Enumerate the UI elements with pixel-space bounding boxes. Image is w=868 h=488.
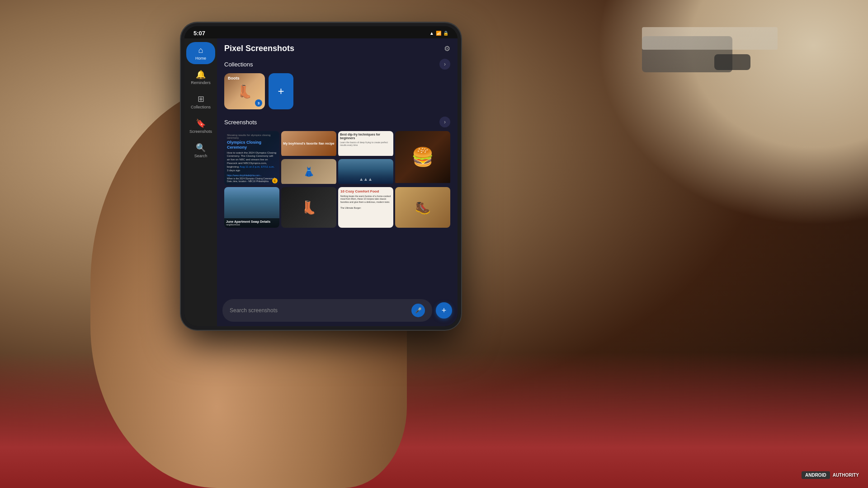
screenshots-arrow[interactable]: ›: [439, 117, 450, 127]
search-icon: 🔍: [196, 143, 206, 153]
comfort-body: Nothing beats the warm fuzzies of a home…: [340, 195, 391, 210]
add-collection-button[interactable]: +: [269, 73, 293, 109]
boots-card-label: Boots: [228, 76, 240, 80]
sidebar-item-screenshots[interactable]: 🔖 Screenshots: [186, 115, 215, 137]
watermark: ANDROID AUTHORITY: [802, 471, 859, 479]
app-title: Pixel Screenshots: [224, 44, 294, 53]
screenshot-comfort-food[interactable]: 10 Cozy Comfort Food Nothing beats the w…: [338, 187, 393, 228]
black-boots-emoji: 👢: [301, 200, 317, 215]
reminders-icon: 🔔: [196, 70, 206, 80]
olympics-body: How to watch the 2024 Olympics Closing C…: [227, 151, 277, 173]
apartment-label: June Apartment Swap Details neighborhood: [224, 218, 279, 228]
screenshots-grid: Showing results for olympics closing cer…: [224, 131, 450, 228]
reminders-label: Reminders: [191, 80, 211, 85]
screenshot-apartment[interactable]: June Apartment Swap Details neighborhood: [224, 187, 279, 228]
app-header: Pixel Screenshots ⚙: [224, 44, 450, 53]
screenshot-food1[interactable]: My boyfriend's favorite flan recipe: [281, 131, 336, 157]
comfort-title: 10 Cozy Comfort Food: [340, 189, 391, 194]
collections-arrow[interactable]: ›: [439, 59, 450, 70]
home-label: Home: [195, 56, 206, 61]
main-area: Pixel Screenshots ⚙ Collections › Boots …: [217, 38, 458, 326]
olympics-title: Olympics Closing: [227, 140, 277, 145]
recipe-body: Learn the basics of deep frying to creat…: [340, 141, 392, 147]
food1-label: My boyfriend's favorite flan recipe: [281, 140, 336, 147]
boots-emoji: 👢: [237, 84, 253, 99]
olympics-search-bar: Showing results for olympics closing cer…: [227, 134, 277, 139]
sidebar-item-collections[interactable]: ⊞ Collections: [186, 90, 215, 113]
status-time: 5:07: [193, 30, 205, 37]
settings-icon[interactable]: ⚙: [444, 44, 450, 53]
mic-icon[interactable]: 🎤: [411, 304, 425, 317]
screenshots-icon: 🔖: [196, 118, 206, 128]
search-label: Search: [194, 154, 208, 158]
collection-card-boots[interactable]: Boots 👢 3: [224, 73, 265, 109]
wifi-icon: ▲: [429, 31, 434, 36]
status-icons: ▲ 📶 🔒: [429, 31, 448, 36]
battery-icon: 🔒: [443, 31, 448, 36]
screenshots-section-title: Screenshots: [224, 119, 257, 126]
watermark-authority: AUTHORITY: [833, 473, 859, 478]
screenshots-label: Screenshots: [189, 129, 212, 134]
screenshot-fashion[interactable]: 👗: [281, 159, 336, 185]
collections-section-title: Collections: [224, 61, 253, 68]
screenshot-cowboy-boots[interactable]: 🥾: [395, 187, 450, 228]
olympics-url: https://www.nbcphiladelphia.com ›: [227, 174, 277, 177]
status-bar: 5:07 ▲ 📶 🔒: [184, 26, 458, 38]
home-icon: ⌂: [198, 46, 203, 55]
collections-row: Boots 👢 3 +: [224, 73, 450, 109]
olympics-title2: Ceremony: [227, 145, 277, 150]
add-icon: +: [278, 85, 284, 98]
fashion-emoji: 👗: [303, 166, 315, 177]
cowboy-boots-emoji: 🥾: [415, 200, 431, 215]
phone-screen: 5:07 ▲ 📶 🔒 ⌂ Home 🔔 Reminders ⊞: [184, 26, 458, 326]
screenshot-olympics[interactable]: Showing results for olympics closing cer…: [224, 131, 279, 185]
olympics-subtitle: When is the 2024 Olympics Closing Ceremo…: [227, 177, 277, 183]
background-remote: [714, 54, 750, 70]
apartment-title: June Apartment Swap Details: [226, 220, 278, 223]
search-bar-container: Search screenshots 🎤 +: [222, 299, 452, 322]
screenshot-burger[interactable]: 🍔: [395, 131, 450, 185]
chrome-icon: C: [272, 178, 278, 183]
collections-icon: ⊞: [198, 94, 204, 104]
apartment-sub: neighborhood: [226, 223, 278, 226]
screenshot-black-boots[interactable]: 👢: [281, 187, 336, 228]
sidebar-item-home[interactable]: ⌂ Home: [186, 42, 215, 64]
background-box: [642, 27, 778, 50]
phone-device: 5:07 ▲ 📶 🔒 ⌂ Home 🔔 Reminders ⊞: [181, 23, 461, 330]
search-bar[interactable]: Search screenshots 🎤: [222, 299, 432, 322]
fab-add-button[interactable]: +: [436, 302, 452, 319]
boots-card-count: 3: [255, 99, 262, 107]
recipe-title: Best dip-fry techniques for beginners: [340, 133, 392, 141]
screenshot-recipe[interactable]: Best dip-fry techniques for beginners Le…: [338, 131, 393, 157]
screenshot-mountains[interactable]: [338, 159, 393, 185]
collections-section-header: Collections ›: [224, 59, 450, 70]
sidebar-item-search[interactable]: 🔍 Search: [186, 139, 215, 162]
sidebar-item-reminders[interactable]: 🔔 Reminders: [186, 66, 215, 89]
signal-icon: 📶: [436, 31, 441, 36]
sidebar: ⌂ Home 🔔 Reminders ⊞ Collections 🔖 Scree…: [184, 38, 217, 326]
collections-label: Collections: [191, 105, 211, 109]
app-content: ⌂ Home 🔔 Reminders ⊞ Collections 🔖 Scree…: [184, 38, 458, 326]
search-placeholder: Search screenshots: [230, 307, 278, 314]
screenshots-section-header: Screenshots ›: [224, 117, 450, 127]
watermark-android: ANDROID: [802, 471, 830, 479]
